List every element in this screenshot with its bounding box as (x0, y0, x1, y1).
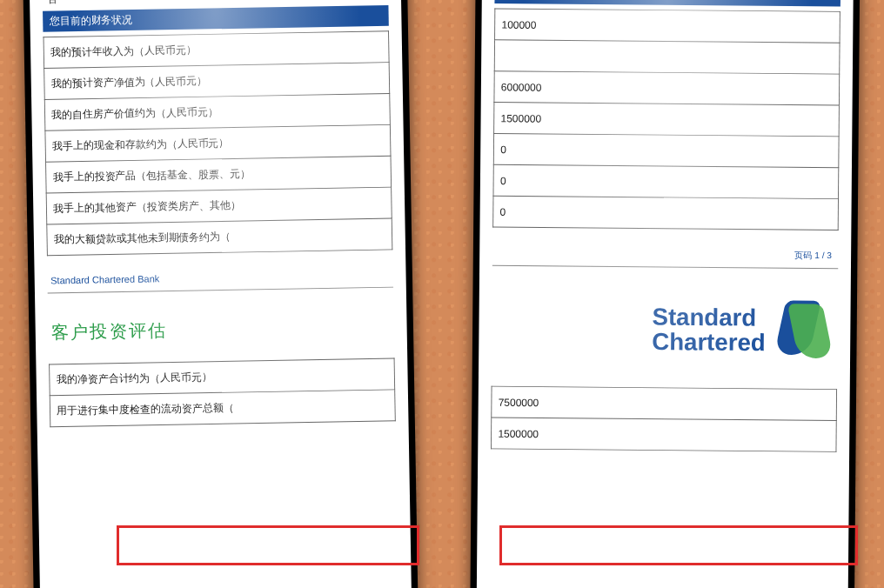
value-cell: 0 (493, 133, 839, 167)
brand-mark-icon (780, 300, 828, 360)
section-header-right-2 (494, 0, 840, 6)
phone-right: 16:26 4G 100000 6000000 1500000 0 0 0 页码… (470, 0, 861, 588)
values-table: 100000 6000000 1500000 0 0 0 (492, 8, 840, 231)
section-header-2: 您目前的财务状况 (43, 5, 389, 32)
summary-label: 用于进行集中度检查的流动资产总额（ (50, 390, 395, 427)
financial-table: 我的预计年收入为（人民币元） 我的预计资产净值为（人民币元） 我的自住房产价值约… (44, 30, 393, 256)
summary-value: 1500000 (491, 418, 836, 451)
value-cell: 1500000 (494, 103, 840, 137)
section-title: 客户投资评估 (48, 288, 395, 359)
brand-line1: Standard (652, 304, 766, 330)
bank-footer: Standard Chartered Bank (47, 250, 393, 293)
value-cell: 100000 (495, 9, 840, 43)
brand-line2: Chartered (652, 329, 766, 355)
page-indicator: 页码 1 / 3 (492, 228, 839, 270)
phone-left: 16:26 我主要接触渠道（包括但不限于毫保险、 否 您目前的财务状况 我的预计… (22, 0, 419, 588)
standard-chartered-logo: Standard Chartered (492, 266, 839, 384)
brand-text: Standard Chartered (652, 304, 766, 355)
phone-screen: 16:26 我主要接触渠道（包括但不限于毫保险、 否 您目前的财务状况 我的预计… (29, 0, 412, 588)
summary-value: 7500000 (492, 386, 837, 420)
summary-values-table: 7500000 1500000 (491, 386, 837, 452)
value-cell: 0 (493, 164, 839, 198)
value-cell: 0 (493, 196, 839, 230)
summary-table: 我的净资产合计约为（人民币元） 用于进行集中度检查的流动资产总额（ (49, 358, 396, 428)
value-cell (494, 40, 840, 74)
phone-screen: 16:26 4G 100000 6000000 1500000 0 0 0 页码… (476, 0, 854, 588)
value-cell: 6000000 (494, 71, 840, 105)
